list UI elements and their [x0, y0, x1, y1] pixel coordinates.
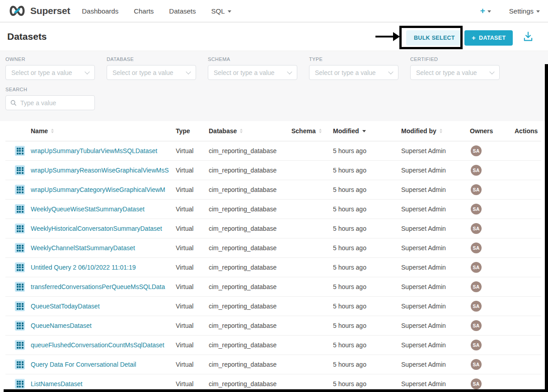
nav-item-dashboards[interactable]: Dashboards [82, 7, 118, 15]
virtual-dataset-icon [15, 359, 25, 369]
export-datasets-button[interactable] [522, 31, 534, 44]
dataset-modified-by-cell: Superset Admin [401, 303, 470, 310]
filter-label: SCHEMA [208, 56, 297, 62]
owner-avatar: SA [471, 378, 482, 389]
owner-avatar: SA [471, 301, 482, 312]
nav-item-sql[interactable]: SQL [211, 7, 231, 15]
filter-select[interactable]: Select or type a value [410, 65, 500, 80]
dataset-type-cell-icon [5, 185, 31, 195]
superset-logo[interactable]: Superset [8, 5, 70, 17]
add-dataset-button[interactable]: + DATASET [464, 30, 513, 46]
dataset-name-link[interactable]: Untitled Query 2 06/10/2022 11:01:19 [31, 264, 136, 271]
dataset-name-link[interactable]: Query Data For Conversational Detail [31, 361, 136, 368]
dataset-type-cell-icon [5, 359, 31, 369]
dataset-modified-cell: 5 hours ago [333, 167, 401, 174]
owner-avatar: SA [471, 243, 482, 253]
filter-select[interactable]: Select or type a value [309, 65, 398, 80]
dataset-type-cell-icon [5, 340, 31, 350]
column-header-schema[interactable]: Schema [291, 127, 333, 135]
table-row: Untitled Query 2 06/10/2022 11:01:19 Vir… [5, 258, 541, 277]
dataset-database-cell: cim_reporting_database [209, 186, 291, 193]
column-header-database[interactable]: Database [209, 127, 291, 135]
dataset-name-link[interactable]: QueueStatTodayDataset [31, 303, 100, 310]
table-row: QueueStatTodayDataset Virtual cim_report… [5, 297, 541, 316]
column-header-modified[interactable]: Modified [333, 127, 401, 135]
dataset-type-cell: Virtual [176, 341, 209, 349]
filter-label: DATABASE [107, 56, 196, 62]
dataset-name-link[interactable]: wrapUpSummaryCategoryWiseGraphicalViewM [31, 186, 165, 193]
dataset-owners-cell: SA [470, 320, 515, 331]
filter-select[interactable]: Select or type a value [208, 65, 297, 80]
new-item-button[interactable]: + [480, 6, 491, 16]
dataset-name-link[interactable]: WeeklyHistoricalConversatonSummaryDatase… [31, 225, 162, 232]
search-input[interactable] [19, 99, 87, 107]
chevron-down-icon [84, 69, 89, 74]
select-placeholder: Select or type a value [416, 69, 477, 76]
dataset-type-cell: Virtual [176, 147, 209, 154]
dataset-name-cell: queueFlushedConversationCountMsSqlDatase… [31, 341, 176, 349]
table-row: QueueNamesDataset Virtual cim_reporting_… [5, 316, 541, 336]
dataset-type-cell: Virtual [176, 264, 209, 271]
dataset-name-link[interactable]: queueFlushedConversationCountMsSqlDatase… [31, 341, 164, 349]
brand-name: Superset [30, 5, 70, 16]
dataset-modified-by-cell: Superset Admin [401, 205, 470, 213]
chevron-down-icon [489, 69, 494, 74]
virtual-dataset-icon [15, 204, 25, 214]
dataset-type-cell-icon [5, 262, 31, 272]
dataset-name-link[interactable]: transferredConversationsPerQueueMsSQLDat… [31, 283, 165, 290]
table-row: wrapUpSummaryReasonWiseGraphicalViewMsS … [5, 161, 541, 180]
annotation-arrow-head [393, 32, 400, 41]
dataset-type-cell-icon [5, 379, 31, 389]
dataset-owners-cell: SA [470, 223, 515, 234]
dataset-modified-by-cell: Superset Admin [401, 380, 470, 387]
select-placeholder: Select or type a value [214, 69, 275, 76]
dataset-name-link[interactable]: WeeklyChannelStatSummaryDataset [31, 244, 135, 252]
dataset-name-link[interactable]: QueueNamesDataset [31, 322, 92, 329]
settings-menu[interactable]: Settings [509, 7, 540, 15]
table-row: WeeklyChannelStatSummaryDataset Virtual … [5, 238, 541, 258]
top-navbar: Superset Dashboards Charts Datasets SQL … [0, 0, 548, 23]
plus-icon: + [472, 36, 476, 40]
table-row: WeeklyHistoricalConversatonSummaryDatase… [5, 219, 541, 238]
dataset-type-cell: Virtual [176, 322, 209, 329]
dataset-modified-cell: 5 hours ago [333, 283, 401, 290]
dataset-name-link[interactable]: WeeklyQueueWiseStatSummaryDataset [31, 205, 145, 213]
owner-avatar: SA [471, 204, 482, 215]
bulk-select-button[interactable]: BULK SELECT [406, 30, 463, 46]
table-row: wrapUpSummaryTubularViewMsSQLDataset Vir… [5, 141, 541, 161]
virtual-dataset-icon [15, 340, 25, 350]
filter-select[interactable]: Select or type a value [5, 65, 95, 80]
dataset-owners-cell: SA [470, 359, 515, 370]
dataset-database-cell: cim_reporting_database [209, 380, 291, 387]
nav-item-charts[interactable]: Charts [134, 7, 154, 15]
owner-avatar: SA [471, 359, 482, 370]
datasets-table-card: Name Type Database Schema Modified Modif… [5, 121, 541, 392]
sort-icon [319, 129, 322, 133]
virtual-dataset-icon [15, 224, 25, 233]
dataset-name-cell: QueueNamesDataset [31, 322, 176, 329]
dataset-database-cell: cim_reporting_database [209, 147, 291, 154]
filter-row: OWNER Select or type a value DATABASE Se… [5, 56, 543, 80]
column-header-owners: Owners [470, 127, 515, 135]
filter-select[interactable]: Select or type a value [107, 65, 196, 80]
dataset-type-cell-icon [5, 243, 31, 253]
column-header-modified-by[interactable]: Modified by [401, 127, 470, 135]
search-block: SEARCH [5, 87, 543, 110]
dataset-owners-cell: SA [470, 262, 515, 273]
dataset-name-link[interactable]: wrapUpSummaryReasonWiseGraphicalViewMsS [31, 167, 169, 174]
nav-item-datasets[interactable]: Datasets [169, 7, 196, 15]
dataset-modified-cell: 5 hours ago [333, 341, 401, 349]
column-header-name[interactable]: Name [31, 127, 176, 135]
dataset-name-cell: wrapUpSummaryReasonWiseGraphicalViewMsS [31, 167, 176, 174]
dataset-name-link[interactable]: wrapUpSummaryTubularViewMsSQLDataset [31, 147, 157, 154]
owner-avatar: SA [471, 320, 482, 331]
dataset-owners-cell: SA [470, 204, 515, 215]
sort-icon [362, 130, 366, 132]
owner-avatar: SA [471, 281, 482, 292]
dataset-owners-cell: SA [470, 301, 515, 312]
column-header-actions: Actions [515, 127, 541, 135]
filter-label: OWNER [5, 56, 95, 62]
dataset-name-link[interactable]: ListNamesDataset [31, 380, 82, 387]
dataset-database-cell: cim_reporting_database [209, 244, 291, 252]
dataset-name-cell: wrapUpSummaryCategoryWiseGraphicalViewM [31, 186, 176, 193]
